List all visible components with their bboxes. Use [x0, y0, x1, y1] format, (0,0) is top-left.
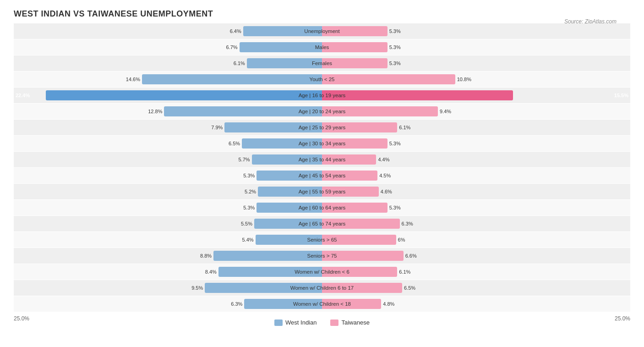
left-value: 6.3% — [231, 301, 242, 307]
left-bar — [247, 58, 322, 68]
right-half: 6.5% — [322, 280, 630, 296]
left-half: 5.3% — [14, 168, 322, 183]
right-bar — [322, 219, 400, 229]
chart-row: 6.7% 5.3% Males — [14, 39, 630, 55]
right-half: 6.6% — [322, 248, 630, 264]
right-bar-wrap: 4.8% — [322, 296, 630, 312]
right-bar-wrap: 4.4% — [322, 152, 630, 167]
left-bar-wrap: 6.3% — [14, 296, 322, 312]
right-half: 4.5% — [322, 168, 630, 183]
right-bar — [322, 267, 397, 277]
left-bar — [240, 42, 322, 52]
left-bar-wrap: 6.1% — [14, 55, 322, 71]
right-bar-wrap: 10.8% — [322, 72, 630, 87]
left-bar-wrap: 8.8% — [14, 248, 322, 264]
right-bar-wrap: 5.3% — [322, 55, 630, 71]
right-value: 10.8% — [457, 77, 471, 82]
left-value: 8.4% — [205, 269, 217, 275]
right-value: 6.1% — [399, 125, 410, 130]
right-value: 6% — [398, 237, 405, 242]
left-bar-wrap: 22.4% — [14, 88, 322, 103]
left-bar-wrap: 14.6% — [14, 72, 322, 87]
left-value: 7.9% — [211, 125, 223, 130]
left-half: 6.1% — [14, 55, 322, 71]
left-bar — [257, 203, 322, 213]
left-value: 22.4% — [16, 93, 30, 98]
right-value: 6.6% — [405, 253, 417, 259]
left-half: 5.3% — [14, 200, 322, 215]
left-bar-wrap: 5.4% — [14, 232, 322, 248]
left-half: 6.5% — [14, 136, 322, 151]
right-bar — [322, 106, 438, 116]
left-half: 12.8% — [14, 104, 322, 119]
legend-label-west-indian: West Indian — [285, 319, 317, 326]
left-value: 6.4% — [230, 28, 241, 34]
chart-row: 5.7% 4.4% Age | 35 to 44 years — [14, 152, 630, 167]
right-bar — [322, 283, 402, 293]
axis-row: 25.0% West Indian Taiwanese 25.0% — [14, 315, 630, 326]
right-bar — [322, 154, 376, 165]
left-bar-wrap: 5.2% — [14, 184, 322, 199]
right-value: 15.5% — [614, 93, 628, 98]
right-half: 5.3% — [322, 55, 630, 71]
chart-row: 8.4% 6.1% Women w/ Children < 6 — [14, 264, 630, 280]
right-bar — [322, 122, 397, 132]
right-half: 15.5% — [322, 88, 630, 103]
left-bar-wrap: 12.8% — [14, 104, 322, 119]
legend-item-taiwanese: Taiwanese — [330, 319, 369, 326]
left-bar — [258, 187, 322, 197]
left-half: 7.9% — [14, 120, 322, 135]
right-bar — [322, 187, 379, 197]
left-value: 5.7% — [238, 157, 250, 162]
left-value: 6.1% — [234, 61, 245, 66]
right-half: 9.4% — [322, 104, 630, 119]
right-value: 5.3% — [389, 205, 401, 210]
chart-row: 12.8% 9.4% Age | 20 to 24 years — [14, 104, 630, 119]
right-value: 6.5% — [404, 285, 415, 291]
right-value: 9.4% — [440, 109, 451, 114]
right-bar-wrap: 5.3% — [322, 200, 630, 215]
chart-row: 6.5% 5.3% Age | 30 to 34 years — [14, 136, 630, 151]
right-bar-wrap: 6.5% — [322, 280, 630, 296]
right-bar-wrap: 5.3% — [322, 23, 630, 39]
left-value: 5.4% — [242, 237, 254, 242]
left-value: 5.2% — [245, 189, 256, 194]
left-bar-wrap: 6.4% — [14, 23, 322, 39]
chart-title: WEST INDIAN VS TAIWANESE UNEMPLOYMENT — [14, 9, 630, 19]
chart-row: 14.6% 10.8% Youth < 25 — [14, 72, 630, 87]
right-value: 5.3% — [389, 141, 401, 146]
right-half: 6.1% — [322, 120, 630, 135]
right-bar — [322, 90, 513, 100]
left-value: 6.5% — [229, 141, 240, 146]
right-half: 5.3% — [322, 136, 630, 151]
chart-row: 8.8% 6.6% Seniors > 75 — [14, 248, 630, 264]
chart-row: 5.2% 4.6% Age | 55 to 59 years — [14, 184, 630, 199]
right-value: 5.3% — [389, 61, 401, 66]
left-bar-wrap: 5.7% — [14, 152, 322, 167]
right-bar — [322, 299, 381, 309]
left-bar — [256, 235, 322, 245]
right-bar — [322, 138, 387, 149]
left-value: 6.7% — [226, 44, 238, 50]
left-value: 5.5% — [241, 221, 252, 226]
right-value: 4.8% — [383, 301, 394, 307]
left-bar-wrap: 5.3% — [14, 200, 322, 215]
chart-row: 5.3% 5.3% Age | 60 to 64 years — [14, 200, 630, 215]
chart-area: 6.4% 5.3% Unemployment 6.7% — [14, 23, 630, 312]
chart-row: 7.9% 6.1% Age | 25 to 29 years — [14, 120, 630, 135]
left-value: 5.3% — [243, 173, 255, 178]
right-bar-wrap: 15.5% — [322, 88, 630, 103]
right-value: 5.3% — [389, 44, 401, 50]
right-value: 6.3% — [402, 221, 413, 226]
right-half: 5.3% — [322, 200, 630, 215]
chart-row: 6.4% 5.3% Unemployment — [14, 23, 630, 39]
right-bar — [322, 203, 387, 213]
legend-label-taiwanese: Taiwanese — [341, 319, 369, 326]
left-half: 8.4% — [14, 264, 322, 280]
legend: West Indian Taiwanese — [274, 319, 370, 326]
left-bar-wrap: 5.5% — [14, 216, 322, 231]
chart-row: 5.3% 4.5% Age | 45 to 54 years — [14, 168, 630, 183]
left-bar — [243, 26, 322, 36]
right-value: 4.6% — [381, 189, 392, 194]
left-half: 5.7% — [14, 152, 322, 167]
